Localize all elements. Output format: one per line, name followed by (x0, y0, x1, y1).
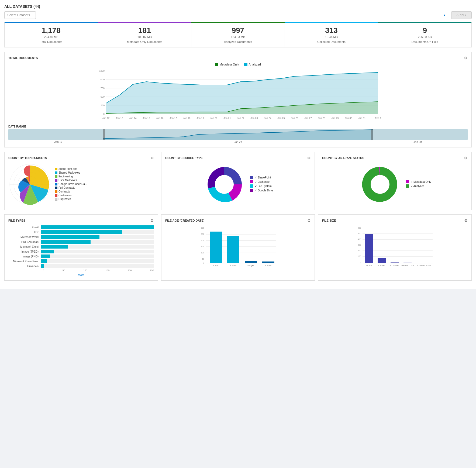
svg-text:50: 50 (202, 258, 204, 260)
source-type-legend-google-drive: ✓ Google Drive (250, 189, 273, 192)
chart-header: TOTAL DOCUMENTS ⚙ (8, 56, 468, 60)
gear-icon-top-datasets[interactable]: ⚙ (150, 156, 154, 160)
analyze-status-legend: ✓ Metadata-Only✓ Analyzed (406, 180, 431, 189)
svg-rect-83 (365, 234, 373, 263)
svg-rect-63 (227, 236, 239, 263)
file-types-card: FILE TYPES ⚙ Email Text Microsoft Word P… (4, 214, 158, 281)
svg-text:1-10 GB: 1-10 GB (417, 265, 424, 267)
polar-legend-item-customers: Customers (55, 194, 87, 197)
file-type-track (41, 259, 154, 263)
svg-text:100 MB - 1 GB: 100 MB - 1 GB (401, 265, 414, 267)
svg-text:Jan 26: Jan 26 (291, 117, 298, 119)
file-type-bar-row: Microsoft PowerPoint (8, 259, 154, 263)
top-datasets-title: COUNT BY TOP DATASETS (8, 156, 47, 160)
svg-text:Jan 19: Jan 19 (196, 117, 204, 119)
svg-point-45 (215, 175, 234, 194)
file-type-fill (41, 230, 122, 234)
analyze-status-donut-svg (358, 163, 402, 206)
stat-card-total: 1,178 224.40 MB Total Documents (5, 22, 98, 47)
gear-icon-source-type[interactable]: ⚙ (307, 156, 311, 160)
analyze-status-title: COUNT BY ANALYZE STATUS (322, 156, 364, 160)
date-range-label-2: Jan 23 (234, 140, 242, 143)
svg-text:Jan 27: Jan 27 (304, 117, 312, 119)
svg-text:Jan 29: Jan 29 (331, 117, 339, 119)
three-col-row-1: COUNT BY TOP DATASETS ⚙ (4, 152, 472, 210)
file-type-label: Microsoft PowerPoint (8, 260, 41, 263)
svg-text:Jan 23: Jan 23 (250, 117, 258, 119)
polar-legend-item-user-mailboxes: User Mailboxes (55, 179, 87, 182)
polar-legend-item-sharepoint-site: SharePoint Site (55, 167, 87, 170)
file-type-bar-row: Text (8, 230, 154, 234)
svg-text:Jan 15: Jan 15 (143, 117, 150, 119)
date-range-bar[interactable] (8, 129, 468, 140)
line-chart-svg: 0 250 500 750 1000 1200 Jan 12 Jan 13 Ja… (8, 68, 468, 122)
svg-text:Jan 18: Jan 18 (183, 117, 190, 119)
svg-text:750: 750 (101, 87, 105, 90)
svg-text:0: 0 (203, 262, 205, 264)
more-link[interactable]: More (8, 273, 154, 277)
legend-item-metadata-only: Metadata-Only (215, 63, 239, 66)
chart-header-file-size: FILE SIZE ⚙ (322, 218, 468, 223)
file-type-track (41, 264, 154, 268)
source-type-legend-label: ✓ File System (255, 185, 272, 188)
stat-number-total: 1,178 (9, 26, 94, 35)
file-type-label: PDF (Acrobat) (8, 240, 41, 243)
gear-icon-file-types[interactable]: ⚙ (150, 218, 154, 223)
file-type-bar-row: PDF (Acrobat) (8, 240, 154, 244)
source-type-donut-wrap: ✓ SharePoint✓ Exchange✓ File System✓ Goo… (165, 163, 311, 206)
chart-header-analyze-status: COUNT BY ANALYZE STATUS ⚙ (322, 156, 468, 160)
apply-button[interactable]: APPLY (451, 11, 472, 19)
file-type-label: Email (8, 226, 41, 229)
file-type-bar-row: Image (PNG) (8, 254, 154, 258)
file-type-fill (41, 235, 99, 239)
stat-label-metadata: Metadata-Only Documents (102, 40, 187, 43)
file-type-bar-row: Microsoft Excel (8, 245, 154, 249)
file-type-label: Image (PNG) (8, 255, 41, 258)
dataset-select[interactable]: Select Datasets... (4, 11, 36, 19)
three-col-row-2: FILE TYPES ⚙ Email Text Microsoft Word P… (4, 214, 472, 281)
polar-label: SharePoint Site (58, 167, 77, 170)
source-type-legend-label: ✓ SharePoint (255, 176, 271, 179)
svg-text:500: 500 (358, 232, 361, 235)
stat-card-collected: 313 13.44 MB Collected Documents (285, 22, 378, 47)
file-type-track (41, 235, 154, 239)
file-type-label: Microsoft Excel (8, 245, 41, 248)
file-type-track (41, 230, 154, 234)
file-age-card: FILE AGE (CREATED DATE) ⚙ 0 50 100 (161, 214, 315, 281)
polar-color (55, 171, 57, 174)
stat-label-collected: Collected Documents (289, 40, 374, 43)
svg-text:1000: 1000 (99, 78, 105, 81)
file-type-track (41, 250, 154, 253)
axis-label: 250 (150, 269, 154, 272)
svg-rect-89 (403, 263, 412, 263)
svg-text:Jan 25: Jan 25 (277, 117, 285, 119)
chart-header-source-type: COUNT BY SOURCE TYPE ⚙ (165, 156, 311, 160)
svg-text:500: 500 (101, 95, 105, 98)
file-type-label: Text (8, 231, 41, 234)
polar-label: Google Drive User Da... (58, 183, 87, 185)
svg-text:Jan 24: Jan 24 (264, 117, 271, 119)
source-type-legend: ✓ SharePoint✓ Exchange✓ File System✓ Goo… (250, 176, 273, 193)
polar-color (55, 198, 57, 201)
svg-text:300: 300 (358, 244, 361, 246)
svg-rect-87 (391, 262, 399, 263)
gear-icon-analyze-status[interactable]: ⚙ (464, 156, 468, 160)
stats-row: 1,178 224.40 MB Total Documents 181 100.… (4, 22, 472, 47)
legend-dot (244, 63, 247, 66)
gear-icon[interactable]: ⚙ (464, 56, 468, 60)
gear-icon-file-size[interactable]: ⚙ (464, 218, 468, 223)
legend-swatch (250, 176, 253, 179)
file-type-label: Image (JPEG) (8, 250, 41, 253)
svg-text:Feb 1: Feb 1 (375, 117, 381, 119)
gear-icon-file-age[interactable]: ⚙ (307, 218, 311, 223)
polar-color (55, 179, 57, 182)
file-type-fill (41, 240, 91, 244)
svg-text:Jan 13: Jan 13 (116, 117, 123, 119)
polar-legend-item-contracts: Contracts (55, 190, 87, 193)
polar-legend-item-shared-mailboxes: Shared Mailboxes (55, 171, 87, 174)
legend-swatch (250, 189, 253, 192)
legend-swatch (406, 184, 409, 188)
axis-label: 200 (128, 269, 132, 272)
chart-header-top-datasets: COUNT BY TOP DATASETS ⚙ (8, 156, 154, 160)
count-by-source-type-card: COUNT BY SOURCE TYPE ⚙ ✓ ShareP (161, 152, 315, 210)
